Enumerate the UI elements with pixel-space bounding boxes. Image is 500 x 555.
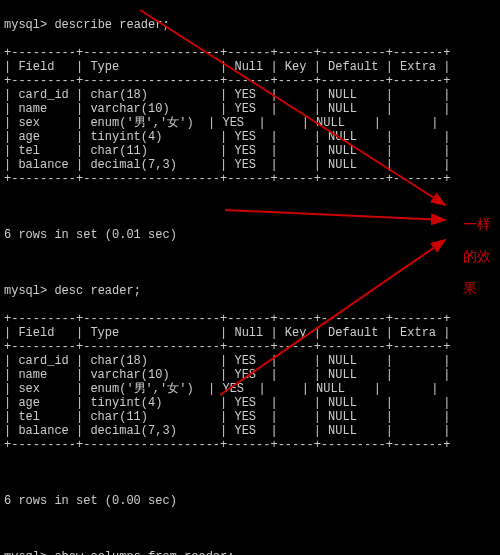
prompt-line-1[interactable]: mysql> describe reader; [4,18,500,32]
table-row: | tel | char(11) | YES | | NULL | | [4,410,500,424]
table-row: | card_id | char(18) | YES | | NULL | | [4,354,500,368]
prompt: mysql> [4,18,47,32]
table-border: +---------+-------------------+------+--… [4,172,500,186]
table-border: +---------+-------------------+------+--… [4,340,500,354]
table-border: +---------+-------------------+------+--… [4,74,500,88]
table-row: | balance | decimal(7,3) | YES | | NULL … [4,424,500,438]
table-row: | name | varchar(10) | YES | | NULL | | [4,368,500,382]
table-row: | balance | decimal(7,3) | YES | | NULL … [4,158,500,172]
prompt-line-3[interactable]: mysql> show columns from reader; [4,550,500,555]
table-border: +---------+-------------------+------+--… [4,312,500,326]
annotation-text: 一样 的效 果 [455,200,491,296]
prompt: mysql> [4,284,47,298]
annotation-line-3: 果 [463,280,477,296]
prompt: mysql> [4,550,47,555]
timing-1: 6 rows in set (0.01 sec) [4,228,500,242]
table-row: | age | tinyint(4) | YES | | NULL | | [4,130,500,144]
command: describe reader; [47,18,169,32]
annotation-line-1: 一样 [463,216,491,232]
table-row: | name | varchar(10) | YES | | NULL | | [4,102,500,116]
table-border: +---------+-------------------+------+--… [4,46,500,60]
table-row: | sex | enum('男','女') | YES | | NULL | | [4,382,500,396]
table-row: | card_id | char(18) | YES | | NULL | | [4,88,500,102]
table-header: | Field | Type | Null | Key | Default | … [4,326,500,340]
annotation-line-2: 的效 [463,248,491,264]
table-row: | age | tinyint(4) | YES | | NULL | | [4,396,500,410]
terminal-window: mysql> describe reader; +---------+-----… [0,0,500,555]
command: show columns from reader; [47,550,234,555]
table-row: | tel | char(11) | YES | | NULL | | [4,144,500,158]
table-row: | sex | enum('男','女') | YES | | NULL | | [4,116,500,130]
table-border: +---------+-------------------+------+--… [4,438,500,452]
prompt-line-2[interactable]: mysql> desc reader; [4,284,500,298]
timing-2: 6 rows in set (0.00 sec) [4,494,500,508]
command: desc reader; [47,284,141,298]
table-header: | Field | Type | Null | Key | Default | … [4,60,500,74]
